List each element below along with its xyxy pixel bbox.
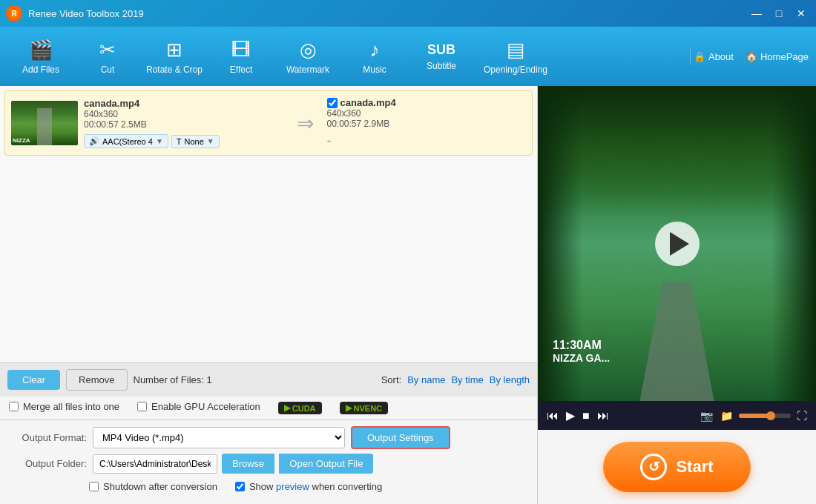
toolbar-opening-ending[interactable]: ▤ Opening/Ending [475,30,556,83]
start-section: ↺ Start [538,430,816,504]
play-button[interactable] [655,222,700,266]
input-size: 2.5MB [121,119,147,130]
file-list-area: NIZZA canada.mp4 640x360 00:00:57 2.5MB … [0,86,537,362]
toolbar-right-links: 🔒 About 🏠 HomePage [694,51,809,62]
sort-by-time[interactable]: By time [451,374,483,385]
play-pause-button[interactable]: ▶ [565,407,576,424]
toolbar-watermark[interactable]: ◎ Watermark [274,30,341,83]
start-icon: ↺ [640,454,667,480]
cuda-label: CUDA [292,404,316,413]
merge-checkbox-row: Merge all files into one [9,401,119,412]
toolbar-cut[interactable]: ✂ Cut [74,30,141,83]
volume-fill [739,414,770,418]
folder-input[interactable] [93,454,217,474]
output-checkbox[interactable] [327,98,338,108]
output-format-select[interactable]: MP4 Video (*.mp4) [93,427,345,448]
toolbar-subtitle[interactable]: SUB Subtitle [408,30,475,83]
nvidia-logo-2: ▶ [346,403,352,413]
merge-label[interactable]: Merge all files into one [23,401,119,412]
subtitle-icon-t: T [177,137,182,146]
toolbar-effect[interactable]: 🎞 Effect [208,30,274,83]
sort-by-length[interactable]: By length [490,374,530,385]
arrow-right-icon: ⇒ [297,111,314,136]
add-files-icon: 🎬 [29,39,53,62]
about-link[interactable]: 🔒 About [694,51,734,62]
right-panel: 11:30AM NIZZA GA... ⏮ ▶ ■ ⏭ 📷 📁 ⛶ ↺ [538,86,816,504]
convert-arrow: ⇒ [289,111,321,136]
output-resolution: 640x360 [327,108,527,119]
main-content: NIZZA canada.mp4 640x360 00:00:57 2.5MB … [0,86,816,504]
start-button[interactable]: ↺ Start [603,442,750,492]
effect-label: Effect [230,64,252,75]
nvenc-badge: ▶ NVENC [340,402,389,414]
preview-label[interactable]: Show preview when converting [249,481,382,492]
clear-button[interactable]: Clear [7,370,60,390]
shutdown-label[interactable]: Shutdown after conversion [103,481,217,492]
toolbar: 🎬 Add Files ✂ Cut ⊞ Rotate & Crop 🎞 Effe… [0,27,816,86]
stop-button[interactable]: ■ [581,408,591,424]
sort-section: Sort: By name By time By length [381,374,530,385]
opening-ending-icon: ▤ [507,39,525,62]
file-count-label: Number of Files: 1 [134,374,212,385]
homepage-link[interactable]: 🏠 HomePage [746,51,809,62]
app-title: Renee Video Toolbox 2019 [28,8,748,19]
skip-back-button[interactable]: ⏮ [545,408,560,424]
watermark-icon: ◎ [300,39,317,62]
fullscreen-button[interactable]: ⛶ [795,408,809,423]
thumb-road [37,108,52,145]
shutdown-checkbox[interactable] [89,482,99,491]
minimize-button[interactable]: — [748,4,766,22]
input-file-name: canada.mp4 [84,98,283,109]
toolbar-rotate-crop[interactable]: ⊞ Rotate & Crop [141,30,208,83]
output-settings-button[interactable]: Output Settings [351,426,450,449]
effect-icon: 🎞 [231,39,251,62]
screenshot-button[interactable]: 📷 [699,408,714,423]
subtitle-label: Subtitle [427,61,456,71]
gpu-checkbox[interactable] [137,402,147,411]
preview-checkbox[interactable] [235,482,245,491]
homepage-label: HomePage [760,51,809,62]
output-folder-label: Output Folder: [9,458,87,469]
gpu-label[interactable]: Enable GPU Acceleration [151,401,260,412]
toolbar-separator [690,47,691,65]
top-checkboxes: Merge all files into one Enable GPU Acce… [0,397,537,420]
home-icon: 🏠 [746,51,757,62]
preview-row: Show preview when converting [235,481,382,492]
open-output-button[interactable]: Open Output File [279,454,373,474]
folder-button[interactable]: 📁 [719,408,734,423]
skip-forward-button[interactable]: ⏭ [596,408,611,424]
preview-link[interactable]: preview [276,481,309,492]
rotate-crop-label: Rotate & Crop [146,64,203,75]
subtitle-icon: SUB [427,42,455,58]
audio-icon: 🔊 [89,136,99,146]
volume-bar[interactable] [739,414,791,418]
title-bar: R Renee Video Toolbox 2019 — □ ✕ [0,0,816,27]
folder-input-group: BrowseOpen Output File [93,454,373,474]
audio-dropdown-arrow: ▼ [156,137,163,145]
output-file-name: canada.mp4 [327,97,527,108]
remove-button[interactable]: Remove [66,369,127,391]
merge-checkbox[interactable] [9,402,19,411]
add-files-label: Add Files [22,64,59,75]
nvidia-logo: ▶ [284,403,290,413]
shutdown-row: Shutdown after conversion [89,481,217,492]
settings-panel: Output Format: MP4 Video (*.mp4) Output … [0,420,537,504]
sort-by-name[interactable]: By name [407,374,445,385]
output-format-row: Output Format: MP4 Video (*.mp4) Output … [9,426,528,449]
input-file-controls: 🔊 AAC(Stereo 4 ▼ T None ▼ [84,134,283,148]
lock-icon: 🔒 [694,51,705,62]
toolbar-music[interactable]: ♪ Music [341,30,408,83]
maximize-button[interactable]: □ [770,4,788,22]
cut-label: Cut [101,64,115,75]
toolbar-add-files[interactable]: 🎬 Add Files [7,30,74,83]
video-overlay: 11:30AM NIZZA GA... [553,339,610,364]
close-button[interactable]: ✕ [792,4,810,22]
subtitle-dropdown[interactable]: T None ▼ [171,135,220,148]
browse-button[interactable]: Browse [222,454,274,474]
output-size: 2.9MB [364,119,390,129]
bottom-checkboxes: Shutdown after conversion Show preview w… [9,478,528,498]
cut-icon: ✂ [99,39,116,62]
audio-dropdown[interactable]: 🔊 AAC(Stereo 4 ▼ [84,134,168,148]
thumb-watermark: NIZZA [13,137,30,144]
cuda-badge: ▶ CUDA [278,402,322,414]
